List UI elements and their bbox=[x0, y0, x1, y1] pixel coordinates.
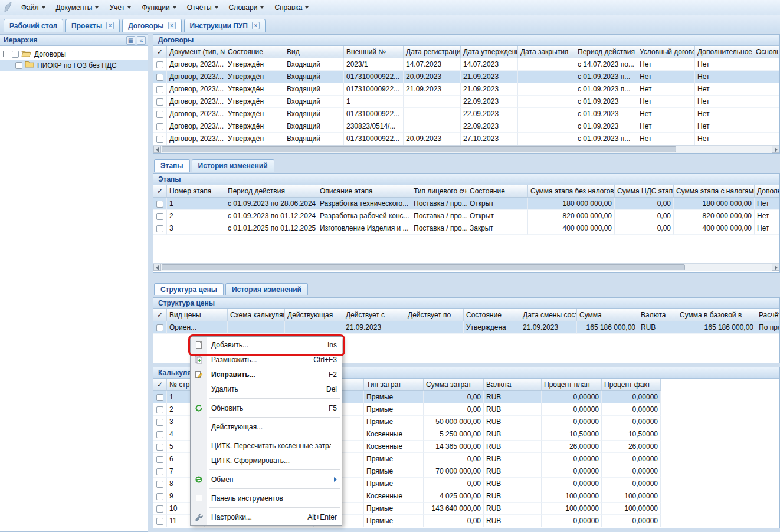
row-checkbox[interactable] bbox=[156, 518, 163, 525]
column-header[interactable]: Вид bbox=[284, 46, 344, 58]
tab-price-history[interactable]: История изменений bbox=[225, 283, 308, 295]
menu-item[interactable]: УдалитьDel bbox=[191, 382, 342, 396]
menu-item[interactable]: Настройки...Alt+Enter bbox=[191, 510, 342, 524]
table-row[interactable]: Договор, 2023/...УтверждёнВходящий017310… bbox=[153, 71, 780, 83]
column-header[interactable]: Описание этапа bbox=[317, 185, 411, 198]
table-row[interactable]: 2с 01.09.2023 по 01.12.2024Разработка ра… bbox=[153, 210, 780, 222]
scroll-thumb[interactable] bbox=[162, 146, 676, 152]
menubar-item[interactable]: Отчёты bbox=[182, 2, 224, 14]
column-header[interactable]: Сумма в базовой в bbox=[677, 309, 756, 321]
close-tab-icon[interactable]: × bbox=[106, 22, 114, 29]
column-header[interactable]: Вид цены bbox=[167, 309, 228, 321]
hierarchy-view-icon[interactable]: ▦ bbox=[126, 36, 135, 45]
column-header[interactable]: Внешний № bbox=[344, 46, 404, 58]
row-checkbox[interactable] bbox=[156, 86, 163, 93]
column-header[interactable]: Сумма НДС этапа bbox=[615, 185, 674, 198]
column-header[interactable]: Состояние bbox=[464, 309, 520, 321]
column-header[interactable]: Дополн bbox=[755, 185, 780, 198]
tab-item[interactable]: Инструкции ПУП× bbox=[184, 19, 266, 32]
close-tab-icon[interactable]: × bbox=[168, 22, 176, 29]
menu-item[interactable]: Добавить...Ins bbox=[191, 337, 342, 352]
menu-item[interactable]: Обмен bbox=[191, 472, 342, 487]
table-row[interactable]: Договор, 2023/...УтверждёнВходящий017310… bbox=[153, 108, 780, 120]
column-header[interactable]: ✓ bbox=[153, 309, 167, 321]
column-header[interactable]: ✓ bbox=[153, 379, 167, 391]
table-row[interactable]: Договор, 2023/...УтверждёнВходящий017310… bbox=[153, 133, 780, 145]
column-header[interactable]: Состояние bbox=[225, 46, 284, 58]
row-checkbox[interactable] bbox=[156, 98, 163, 106]
column-header[interactable]: Сумма этапа без налогов bbox=[528, 185, 615, 198]
column-header[interactable]: Дополнительное с bbox=[695, 46, 753, 58]
column-header[interactable]: Процент факт bbox=[602, 379, 661, 391]
column-header[interactable]: Тип лицевого счёт bbox=[411, 185, 467, 198]
menu-item[interactable]: ОбновитьF5 bbox=[191, 400, 342, 415]
tab-item[interactable]: Договоры× bbox=[122, 19, 181, 32]
menubar-item[interactable]: Документы bbox=[51, 2, 104, 14]
column-header[interactable]: Период действия bbox=[575, 46, 637, 58]
collapse-node-icon[interactable] bbox=[3, 51, 9, 57]
row-checkbox[interactable] bbox=[156, 111, 163, 118]
row-checkbox[interactable] bbox=[156, 213, 163, 220]
tab-item[interactable]: Проекты× bbox=[65, 19, 120, 32]
column-header[interactable]: Состояние bbox=[467, 185, 528, 198]
column-header[interactable]: Сумма bbox=[577, 309, 638, 321]
row-checkbox[interactable] bbox=[156, 324, 163, 331]
row-checkbox[interactable] bbox=[156, 136, 163, 143]
column-header[interactable]: Номер этапа bbox=[167, 185, 225, 198]
row-checkbox[interactable] bbox=[156, 123, 163, 130]
menu-item[interactable]: ЦИТК. Сформировать... bbox=[191, 453, 342, 468]
column-header[interactable]: ✓ bbox=[153, 46, 167, 58]
scroll-right-button[interactable] bbox=[772, 264, 779, 271]
column-header[interactable]: Дата смены состо bbox=[520, 309, 577, 321]
scroll-left-button[interactable] bbox=[153, 264, 161, 271]
menubar-item[interactable]: Справка bbox=[269, 2, 314, 14]
column-header[interactable]: Действующая bbox=[285, 309, 343, 321]
column-header[interactable]: Схема калькуляци bbox=[228, 309, 285, 321]
menubar-item[interactable]: Словари bbox=[224, 2, 270, 14]
table-row[interactable]: Договор, 2023/...УтверждёнВходящий122.09… bbox=[153, 96, 780, 108]
scroll-right-button[interactable] bbox=[772, 146, 779, 153]
column-header[interactable]: Дата регистрации bbox=[404, 46, 461, 58]
row-checkbox[interactable] bbox=[156, 394, 163, 401]
node-checkbox[interactable] bbox=[12, 51, 19, 58]
menu-item[interactable]: Действующая... bbox=[191, 419, 342, 434]
row-checkbox[interactable] bbox=[156, 406, 163, 413]
row-checkbox[interactable] bbox=[156, 201, 163, 208]
row-checkbox[interactable] bbox=[156, 431, 163, 438]
tab-stages-history[interactable]: История изменений bbox=[192, 159, 274, 172]
row-checkbox[interactable] bbox=[156, 456, 163, 463]
node-checkbox[interactable] bbox=[15, 62, 22, 69]
table-row[interactable]: Ориен...21.09.2023Утверждена21.09.202316… bbox=[153, 321, 780, 334]
scroll-left-button[interactable] bbox=[153, 146, 161, 153]
column-header[interactable]: Тип затрат bbox=[364, 379, 424, 391]
menu-item[interactable]: Размножить...Ctrl+F3 bbox=[191, 352, 342, 367]
menubar-item[interactable]: Файл bbox=[16, 2, 51, 14]
menu-item[interactable]: Исправить...F2 bbox=[191, 367, 342, 382]
row-checkbox[interactable] bbox=[156, 505, 163, 513]
column-header[interactable]: ✓ bbox=[153, 185, 167, 198]
menubar-item[interactable]: Учёт bbox=[104, 2, 136, 14]
row-checkbox[interactable] bbox=[156, 225, 163, 232]
column-header[interactable]: Сумма этапа с налогами bbox=[674, 185, 755, 198]
table-row[interactable]: Договор, 2023/...УтверждёнВходящий230823… bbox=[153, 120, 780, 133]
column-header[interactable]: Действует по bbox=[405, 309, 464, 321]
column-header[interactable]: Дата закрытия bbox=[518, 46, 575, 58]
menu-item[interactable]: ЦИТК. Пересчитать косвенные затраты... bbox=[191, 438, 342, 453]
row-checkbox[interactable] bbox=[156, 493, 163, 500]
menubar-item[interactable]: Функции bbox=[136, 2, 181, 14]
menu-item[interactable]: Панель инструментов bbox=[191, 491, 342, 505]
row-checkbox[interactable] bbox=[156, 74, 163, 81]
tab-stages[interactable]: Этапы bbox=[154, 159, 190, 172]
horizontal-scrollbar[interactable] bbox=[153, 263, 779, 271]
collapse-panel-icon[interactable]: « bbox=[137, 36, 146, 45]
close-tab-icon[interactable]: × bbox=[252, 22, 260, 29]
row-checkbox[interactable] bbox=[156, 468, 163, 475]
column-header[interactable]: Валюта bbox=[484, 379, 542, 391]
tab-item[interactable]: Рабочий стол bbox=[4, 19, 63, 32]
column-header[interactable]: Дата утверждения bbox=[461, 46, 518, 58]
column-header[interactable]: Процент план bbox=[542, 379, 602, 391]
table-row[interactable]: 1с 01.09.2023 по 28.06.2024Разработка те… bbox=[153, 198, 780, 210]
row-checkbox[interactable] bbox=[156, 61, 163, 68]
column-header[interactable]: Основн bbox=[753, 46, 780, 58]
table-row[interactable]: Договор, 2023/...УтверждёнВходящий017310… bbox=[153, 83, 780, 96]
